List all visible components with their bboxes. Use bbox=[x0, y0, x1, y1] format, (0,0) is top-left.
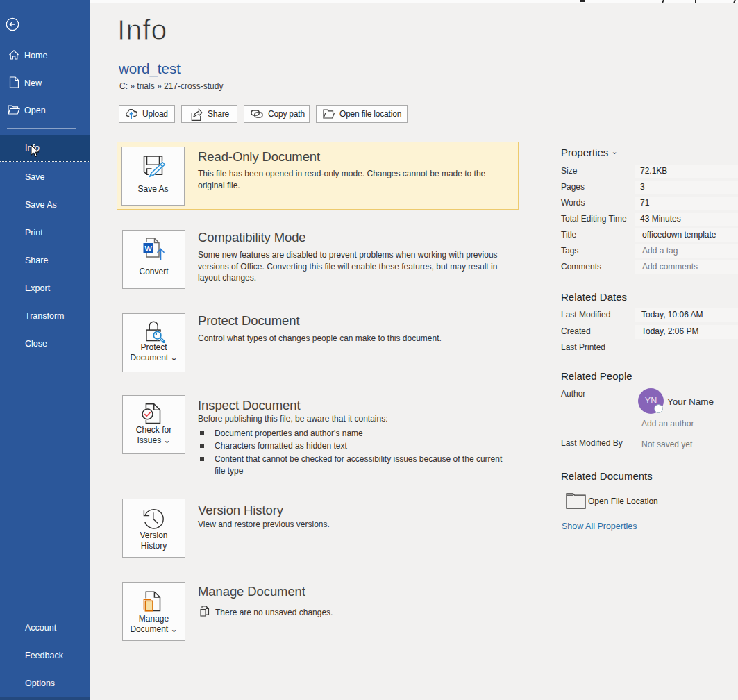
svg-text:W: W bbox=[145, 244, 153, 253]
